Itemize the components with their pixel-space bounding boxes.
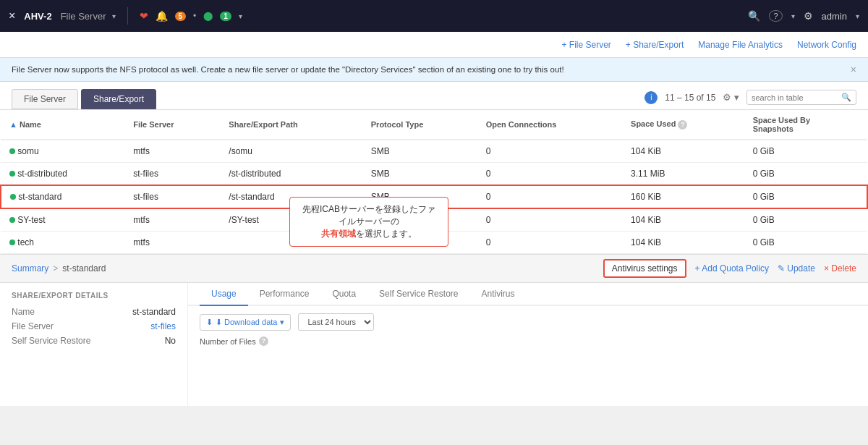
download-caret-icon: ▾ (280, 318, 284, 327)
close-icon[interactable]: × (9, 9, 15, 22)
tab-usage[interactable]: Usage (200, 283, 248, 306)
row-name: SY-test (17, 215, 45, 225)
tab-bar: File Server Share/Export i 11 – 15 of 15… (0, 82, 868, 110)
download-label: ⬇ Download data (216, 318, 277, 327)
admin-label[interactable]: admin (822, 11, 847, 22)
search-submit-icon[interactable]: 🔍 (841, 93, 851, 102)
chart-label-text: Number of Files (200, 337, 256, 346)
status-badge-green: 1 (220, 12, 231, 21)
cell-protocol: SMB (362, 140, 477, 163)
cell-space-used: 104 KiB (622, 208, 744, 232)
alert-badge-orange: 5 (175, 12, 187, 21)
update-button[interactable]: ✎ Update (778, 263, 815, 274)
breadcrumb-summary[interactable]: Summary (12, 263, 48, 274)
tab-share-export[interactable]: Share/Export (81, 89, 156, 109)
alert-close-icon[interactable]: × (851, 64, 856, 75)
manage-analytics-link[interactable]: Manage File Analytics (698, 40, 783, 50)
detail-right-panel: Usage Performance Quota Self Service Res… (188, 283, 868, 406)
cell-name: st-standard (1, 185, 124, 208)
cell-space-used: 104 KiB (622, 232, 744, 254)
row-name: tech (17, 237, 34, 247)
cell-space-snapshots: 0 GiB (744, 208, 867, 232)
top-navigation: × AHV-2 File Server ▾ ❤ 🔔 5 • ⬤ 1 ▾ 🔍 ? … (0, 0, 868, 32)
add-quota-button[interactable]: + Add Quota Policy (695, 263, 769, 274)
cell-protocol: SMB (362, 163, 477, 186)
detail-row-fileserver: File Server st-files (12, 321, 176, 331)
table-header-row: ▲ Name File Server Share/Export Path Pro… (1, 110, 867, 140)
col-path: Share/Export Path (220, 110, 362, 140)
col-connections: Open Connections (477, 110, 622, 140)
detail-value-selfservice: No (165, 336, 176, 346)
col-file-server: File Server (124, 110, 220, 140)
chart-label-files: Number of Files ? (200, 336, 856, 346)
cell-space-used: 160 KiB (622, 185, 744, 208)
settings-icon[interactable]: ⚙ (804, 10, 813, 22)
download-data-button[interactable]: ⬇ ⬇ Download data ▾ (200, 314, 291, 331)
entity-dropdown-caret[interactable]: ▾ (112, 12, 116, 20)
antivirus-settings-button[interactable]: Antivirus settings (603, 259, 686, 278)
nav-right-icons: 🔍 ? ▾ ⚙ admin ▾ (748, 10, 859, 22)
cell-name: tech (1, 232, 124, 254)
cell-name: st-distributed (1, 163, 124, 186)
tab-quota[interactable]: Quota (320, 283, 367, 306)
breadcrumb-separator: > (53, 263, 58, 274)
col-space-snapshots: Space Used By Snapshots (744, 110, 867, 140)
status-dot (9, 240, 15, 245)
admin-caret[interactable]: ▾ (856, 12, 859, 20)
status-caret[interactable]: ▾ (239, 12, 242, 20)
help-icon[interactable]: ? (769, 10, 782, 22)
status-dot-green: ⬤ (203, 11, 213, 21)
cell-space-snapshots: 0 GiB (744, 163, 867, 186)
entity-name: File Server (61, 11, 106, 22)
cell-connections: 0 (477, 140, 622, 163)
help-caret[interactable]: ▾ (791, 12, 795, 20)
time-range-select[interactable]: Last 24 hours Last 7 days Last 30 days (298, 313, 374, 331)
file-server-link[interactable]: + File Server (561, 40, 610, 50)
share-export-link[interactable]: + Share/Export (626, 40, 684, 50)
cell-path: /somu (220, 140, 362, 163)
detail-action-bar: Summary > st-standard Antivirus settings… (0, 255, 868, 283)
table-settings-icon[interactable]: ⚙ ▾ (723, 92, 739, 103)
data-table-container: ▲ Name File Server Share/Export Path Pro… (0, 110, 868, 255)
cell-fileserver: mtfs (124, 232, 220, 254)
breadcrumb: Summary > st-standard (12, 263, 106, 274)
cell-fileserver: st-files (124, 185, 220, 208)
alert-banner: File Server now supports the NFS protoco… (0, 58, 868, 82)
search-box[interactable]: 🔍 (746, 90, 856, 105)
cell-fileserver: st-files (124, 163, 220, 186)
chart-info-icon: ? (259, 336, 268, 346)
status-dot (10, 194, 16, 200)
nav-divider (127, 7, 128, 25)
status-dot (9, 217, 15, 223)
cell-fileserver: mtfs (124, 140, 220, 163)
tab-performance[interactable]: Performance (248, 283, 321, 306)
search-icon[interactable]: 🔍 (748, 10, 760, 22)
col-name: ▲ Name (1, 110, 124, 140)
detail-row-name: Name st-standard (12, 307, 176, 317)
cell-space-snapshots: 0 GiB (744, 140, 867, 163)
search-input[interactable] (752, 93, 838, 102)
cell-space-snapshots: 0 GiB (744, 185, 867, 208)
cell-connections: 0 (477, 208, 622, 232)
annotation-text-line1: 先程ICABサーバーを登録したファイルサーバーの (302, 204, 435, 226)
breadcrumb-current: st-standard (62, 263, 106, 274)
tab-antivirus[interactable]: Antivirus (469, 283, 526, 306)
heart-icon: ❤ (140, 10, 148, 22)
detail-value-fileserver[interactable]: st-files (150, 321, 176, 331)
detail-tabs: Usage Performance Quota Self Service Res… (188, 283, 868, 306)
network-config-link[interactable]: Network Config (797, 40, 856, 50)
pagination-info: 11 – 15 of 15 (665, 93, 715, 103)
bell-icon: 🔔 (156, 10, 168, 22)
sub-navigation: + File Server + Share/Export Manage File… (0, 32, 868, 58)
delete-button[interactable]: × Delete (824, 263, 856, 274)
col-space-used: Space Used ? (622, 110, 744, 140)
table-row[interactable]: st-distributed st-files /st-distributed … (1, 163, 867, 186)
cell-fileserver: mtfs (124, 208, 220, 232)
cell-name: somu (1, 140, 124, 163)
status-dot (9, 171, 15, 177)
cell-connections: 0 (477, 163, 622, 186)
tab-self-service-restore[interactable]: Self Service Restore (367, 283, 469, 306)
table-row[interactable]: somu mtfs /somu SMB 0 104 KiB 0 GiB (1, 140, 867, 163)
tab-file-server[interactable]: File Server (12, 89, 78, 109)
detail-left-panel: SHARE/EXPORT DETAILS Name st-standard Fi… (0, 283, 188, 406)
